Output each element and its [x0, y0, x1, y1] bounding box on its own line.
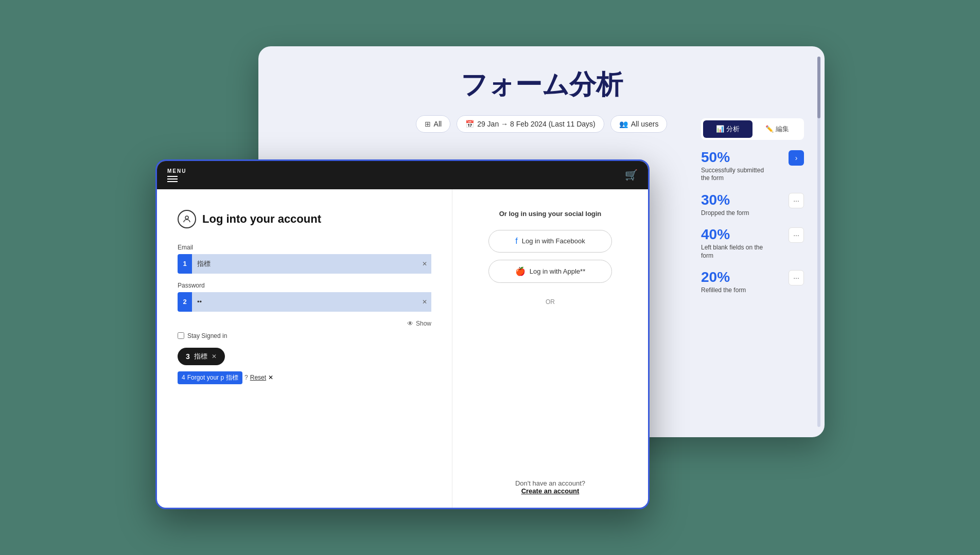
tab-analyze[interactable]: 📊 分析	[703, 120, 752, 138]
password-input[interactable]	[192, 292, 431, 312]
stat-label-2: Dropped the form	[701, 209, 749, 218]
stat-item-3: 40% Left blank fields on the form ···	[701, 227, 804, 260]
forgot-question-text: ?	[244, 374, 248, 381]
submit-button[interactable]: 3 指標 ✕	[178, 348, 225, 365]
apple-login-button[interactable]: 🍎 Log in with Apple**	[488, 260, 612, 283]
page-title: フォーム分析	[289, 67, 794, 103]
reset-icon: ✕	[268, 374, 273, 381]
badge-number-3: 3	[186, 352, 190, 361]
stats-list: 50% Successfully submitted the form › 30…	[701, 150, 804, 295]
monitor-icon: ⊞	[425, 120, 431, 128]
stay-signed-row: Stay Signed in	[178, 332, 431, 339]
apple-icon: 🍎	[515, 266, 526, 276]
pencil-icon: ✏️	[765, 125, 774, 133]
date-filter[interactable]: 📅 29 Jan → 8 Feb 2024 (Last 11 Days)	[457, 115, 604, 133]
social-login-title: Or log in using your social login	[473, 210, 627, 218]
forgot-number-4: 4	[182, 374, 185, 381]
login-tablet: MENU 🛒	[155, 159, 650, 509]
stat-percent-1: 50%	[701, 150, 773, 165]
stat-label-1: Successfully submitted the form	[701, 167, 773, 183]
form-body: Log into your account Email 1 ✕ Password…	[157, 189, 648, 509]
calendar-icon: 📅	[465, 120, 474, 128]
show-label[interactable]: Show	[416, 320, 431, 327]
reset-link[interactable]: Reset	[250, 374, 266, 381]
no-account-section: Don't have an account? Create an account	[515, 479, 585, 495]
stat-action-1[interactable]: ›	[789, 150, 804, 166]
password-group: Password 2 ✕	[178, 282, 431, 312]
login-title-row: Log into your account	[178, 210, 431, 228]
password-label: Password	[178, 282, 431, 289]
or-divider-text: OR	[546, 298, 555, 306]
badge-submit-text: 指標	[194, 352, 207, 361]
stat-label-3: Left blank fields on the form	[701, 244, 773, 260]
email-label: Email	[178, 244, 431, 251]
stat-action-3[interactable]: ···	[789, 227, 804, 243]
analytics-panel: 📊 分析 ✏️ 編集 50% Successfully submitted th…	[696, 118, 809, 306]
chart-icon: 📊	[716, 125, 724, 133]
stay-signed-checkbox[interactable]	[178, 332, 184, 339]
stat-label-4: Refilled the form	[701, 287, 746, 295]
analytics-tabs: 📊 分析 ✏️ 編集	[701, 118, 804, 140]
create-account-link[interactable]: Create an account	[521, 487, 580, 495]
scroll-bar[interactable]	[817, 57, 820, 427]
user-icon	[178, 210, 196, 228]
login-form-section: Log into your account Email 1 ✕ Password…	[157, 189, 452, 509]
menu-section: MENU	[167, 168, 186, 182]
facebook-login-button[interactable]: f Log in with Facebook	[488, 230, 612, 253]
social-login-section: Or log in using your social login f Log …	[452, 189, 648, 509]
email-group: Email 1 ✕	[178, 244, 431, 274]
stat-action-2[interactable]: ···	[789, 193, 804, 208]
stat-percent-2: 30%	[701, 193, 749, 207]
svg-point-0	[185, 216, 188, 219]
stay-signed-label: Stay Signed in	[187, 332, 227, 339]
stat-item-1: 50% Successfully submitted the form ›	[701, 150, 804, 183]
stat-action-4[interactable]: ···	[789, 270, 804, 285]
tablet-nav-bar: MENU 🛒	[157, 161, 648, 189]
stat-item-2: 30% Dropped the form ···	[701, 193, 804, 218]
apple-btn-label: Log in with Apple**	[530, 267, 585, 275]
email-clear-icon[interactable]: ✕	[422, 260, 427, 267]
hamburger-menu[interactable]	[167, 176, 186, 182]
tab-edit[interactable]: ✏️ 編集	[752, 120, 802, 138]
forgot-password-row: 4 Forgot your p 指標 ? Reset ✕	[178, 371, 431, 384]
forgot-field-label: 指標	[226, 373, 238, 382]
stat-percent-3: 40%	[701, 227, 773, 242]
forgot-prefix-text: Forgot your p	[187, 374, 224, 381]
users-filter[interactable]: 👥 All users	[610, 115, 668, 133]
password-field-wrapper: 2 ✕	[178, 292, 431, 312]
field-number-2: 2	[178, 292, 192, 312]
stat-percent-4: 20%	[701, 270, 746, 284]
login-title: Log into your account	[202, 212, 321, 226]
facebook-btn-label: Log in with Facebook	[522, 237, 585, 245]
menu-label: MENU	[167, 168, 186, 174]
submit-badge-wrapper: 3 指標 ✕	[178, 348, 431, 371]
no-account-text: Don't have an account?	[515, 479, 585, 487]
stat-item-4: 20% Refilled the form ···	[701, 270, 804, 295]
badge-close-icon[interactable]: ✕	[212, 353, 217, 360]
device-filter[interactable]: ⊞ All	[416, 115, 451, 133]
facebook-icon: f	[515, 237, 517, 246]
email-input[interactable]	[192, 254, 431, 274]
eye-icon: 👁	[407, 320, 413, 327]
scroll-thumb	[817, 57, 820, 118]
password-clear-icon[interactable]: ✕	[422, 298, 427, 306]
field-number-1: 1	[178, 254, 192, 274]
users-icon: 👥	[619, 120, 628, 128]
forgot-highlight: 4 Forgot your p 指標	[178, 371, 242, 384]
show-password-row: 👁 Show	[178, 320, 431, 327]
email-field-wrapper: 1 ✕	[178, 254, 431, 274]
cart-icon[interactable]: 🛒	[625, 169, 638, 181]
